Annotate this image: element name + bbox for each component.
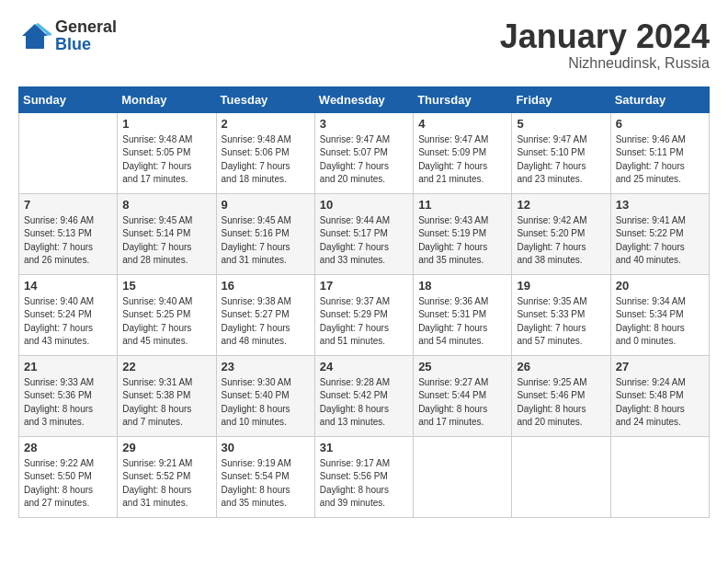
calendar-cell: 17Sunrise: 9:37 AM Sunset: 5:29 PM Dayli… <box>314 274 413 355</box>
header-monday: Monday <box>118 86 216 112</box>
calendar-cell: 4Sunrise: 9:47 AM Sunset: 5:09 PM Daylig… <box>414 112 512 193</box>
cell-date-number: 7 <box>24 198 112 212</box>
location-title: Nizhneudinsk, Russia <box>500 55 710 72</box>
logo-general: General <box>55 17 117 36</box>
calendar-cell: 6Sunrise: 9:46 AM Sunset: 5:11 PM Daylig… <box>610 112 709 193</box>
cell-date-number: 24 <box>320 360 408 373</box>
calendar-cell: 30Sunrise: 9:19 AM Sunset: 5:54 PM Dayli… <box>216 436 314 517</box>
calendar-week-row: 1Sunrise: 9:48 AM Sunset: 5:05 PM Daylig… <box>19 112 710 193</box>
cell-daylight-info: Sunrise: 9:47 AM Sunset: 5:09 PM Dayligh… <box>418 133 506 187</box>
cell-daylight-info: Sunrise: 9:40 AM Sunset: 5:25 PM Dayligh… <box>122 295 210 349</box>
cell-date-number: 26 <box>517 360 605 373</box>
cell-date-number: 21 <box>24 360 112 373</box>
cell-date-number: 16 <box>222 279 310 293</box>
cell-date-number: 10 <box>320 198 408 212</box>
cell-date-number: 23 <box>222 360 310 373</box>
cell-daylight-info: Sunrise: 9:17 AM Sunset: 5:56 PM Dayligh… <box>320 457 408 511</box>
calendar-week-row: 28Sunrise: 9:22 AM Sunset: 5:50 PM Dayli… <box>19 436 710 517</box>
calendar-cell: 19Sunrise: 9:35 AM Sunset: 5:33 PM Dayli… <box>512 274 610 355</box>
calendar-header-row: SundayMondayTuesdayWednesdayThursdayFrid… <box>19 86 710 112</box>
calendar-cell: 24Sunrise: 9:28 AM Sunset: 5:42 PM Dayli… <box>314 355 413 436</box>
cell-date-number: 29 <box>122 441 210 454</box>
cell-date-number: 15 <box>122 279 210 293</box>
calendar-cell: 2Sunrise: 9:48 AM Sunset: 5:06 PM Daylig… <box>216 112 314 193</box>
header-tuesday: Tuesday <box>216 86 314 112</box>
calendar-table: SundayMondayTuesdayWednesdayThursdayFrid… <box>18 86 710 518</box>
calendar-cell <box>414 436 512 517</box>
calendar-cell: 23Sunrise: 9:30 AM Sunset: 5:40 PM Dayli… <box>216 355 314 436</box>
logo-blue: Blue <box>55 35 91 53</box>
calendar-cell: 27Sunrise: 9:24 AM Sunset: 5:48 PM Dayli… <box>610 355 709 436</box>
calendar-cell: 16Sunrise: 9:38 AM Sunset: 5:27 PM Dayli… <box>216 274 314 355</box>
cell-daylight-info: Sunrise: 9:21 AM Sunset: 5:52 PM Dayligh… <box>122 457 210 511</box>
cell-daylight-info: Sunrise: 9:19 AM Sunset: 5:54 PM Dayligh… <box>222 457 310 511</box>
cell-date-number: 2 <box>222 117 310 131</box>
calendar-cell: 5Sunrise: 9:47 AM Sunset: 5:10 PM Daylig… <box>512 112 610 193</box>
calendar-cell: 25Sunrise: 9:27 AM Sunset: 5:44 PM Dayli… <box>414 355 512 436</box>
calendar-cell: 20Sunrise: 9:34 AM Sunset: 5:34 PM Dayli… <box>610 274 709 355</box>
calendar-cell: 10Sunrise: 9:44 AM Sunset: 5:17 PM Dayli… <box>314 193 413 274</box>
calendar-cell <box>512 436 610 517</box>
calendar-cell: 29Sunrise: 9:21 AM Sunset: 5:52 PM Dayli… <box>118 436 216 517</box>
calendar-cell <box>610 436 709 517</box>
cell-date-number: 22 <box>122 360 210 373</box>
cell-date-number: 14 <box>24 279 112 293</box>
cell-daylight-info: Sunrise: 9:37 AM Sunset: 5:29 PM Dayligh… <box>320 295 408 349</box>
cell-date-number: 3 <box>320 117 408 131</box>
calendar-cell: 31Sunrise: 9:17 AM Sunset: 5:56 PM Dayli… <box>314 436 413 517</box>
cell-daylight-info: Sunrise: 9:27 AM Sunset: 5:44 PM Dayligh… <box>418 376 506 430</box>
logo-icon <box>18 19 51 52</box>
calendar-title: January 2024 Nizhneudinsk, Russia <box>500 18 710 72</box>
calendar-cell: 26Sunrise: 9:25 AM Sunset: 5:46 PM Dayli… <box>512 355 610 436</box>
cell-date-number: 6 <box>616 117 704 131</box>
calendar-week-row: 14Sunrise: 9:40 AM Sunset: 5:24 PM Dayli… <box>19 274 710 355</box>
cell-daylight-info: Sunrise: 9:45 AM Sunset: 5:14 PM Dayligh… <box>122 214 210 268</box>
calendar-cell: 11Sunrise: 9:43 AM Sunset: 5:19 PM Dayli… <box>414 193 512 274</box>
calendar-week-row: 21Sunrise: 9:33 AM Sunset: 5:36 PM Dayli… <box>19 355 710 436</box>
header-friday: Friday <box>512 86 610 112</box>
cell-date-number: 9 <box>222 198 310 212</box>
calendar-cell: 28Sunrise: 9:22 AM Sunset: 5:50 PM Dayli… <box>19 436 118 517</box>
cell-daylight-info: Sunrise: 9:22 AM Sunset: 5:50 PM Dayligh… <box>24 457 112 511</box>
cell-daylight-info: Sunrise: 9:33 AM Sunset: 5:36 PM Dayligh… <box>24 376 112 430</box>
cell-daylight-info: Sunrise: 9:25 AM Sunset: 5:46 PM Dayligh… <box>517 376 605 430</box>
calendar-cell: 18Sunrise: 9:36 AM Sunset: 5:31 PM Dayli… <box>414 274 512 355</box>
cell-daylight-info: Sunrise: 9:28 AM Sunset: 5:42 PM Dayligh… <box>320 376 408 430</box>
calendar-cell: 1Sunrise: 9:48 AM Sunset: 5:05 PM Daylig… <box>118 112 216 193</box>
header-thursday: Thursday <box>414 86 512 112</box>
cell-daylight-info: Sunrise: 9:36 AM Sunset: 5:31 PM Dayligh… <box>418 295 506 349</box>
calendar-cell: 15Sunrise: 9:40 AM Sunset: 5:25 PM Dayli… <box>118 274 216 355</box>
calendar-cell <box>19 112 118 193</box>
calendar-week-row: 7Sunrise: 9:46 AM Sunset: 5:13 PM Daylig… <box>19 193 710 274</box>
cell-date-number: 12 <box>517 198 605 212</box>
cell-date-number: 5 <box>517 117 605 131</box>
cell-daylight-info: Sunrise: 9:42 AM Sunset: 5:20 PM Dayligh… <box>517 214 605 268</box>
logo: General Blue <box>18 18 121 53</box>
cell-daylight-info: Sunrise: 9:24 AM Sunset: 5:48 PM Dayligh… <box>616 376 704 430</box>
cell-daylight-info: Sunrise: 9:45 AM Sunset: 5:16 PM Dayligh… <box>222 214 310 268</box>
cell-daylight-info: Sunrise: 9:48 AM Sunset: 5:05 PM Dayligh… <box>122 133 210 187</box>
cell-date-number: 4 <box>418 117 506 131</box>
cell-date-number: 19 <box>517 279 605 293</box>
cell-date-number: 28 <box>24 441 112 454</box>
cell-date-number: 27 <box>616 360 704 373</box>
cell-daylight-info: Sunrise: 9:34 AM Sunset: 5:34 PM Dayligh… <box>616 295 704 349</box>
cell-daylight-info: Sunrise: 9:31 AM Sunset: 5:38 PM Dayligh… <box>122 376 210 430</box>
calendar-cell: 3Sunrise: 9:47 AM Sunset: 5:07 PM Daylig… <box>314 112 413 193</box>
cell-daylight-info: Sunrise: 9:35 AM Sunset: 5:33 PM Dayligh… <box>517 295 605 349</box>
month-year-title: January 2024 <box>500 18 710 55</box>
cell-daylight-info: Sunrise: 9:47 AM Sunset: 5:10 PM Dayligh… <box>517 133 605 187</box>
cell-daylight-info: Sunrise: 9:30 AM Sunset: 5:40 PM Dayligh… <box>222 376 310 430</box>
header-sunday: Sunday <box>19 86 118 112</box>
cell-daylight-info: Sunrise: 9:44 AM Sunset: 5:17 PM Dayligh… <box>320 214 408 268</box>
cell-daylight-info: Sunrise: 9:46 AM Sunset: 5:13 PM Dayligh… <box>24 214 112 268</box>
cell-date-number: 20 <box>616 279 704 293</box>
cell-daylight-info: Sunrise: 9:38 AM Sunset: 5:27 PM Dayligh… <box>222 295 310 349</box>
cell-date-number: 8 <box>122 198 210 212</box>
header-saturday: Saturday <box>610 86 709 112</box>
cell-date-number: 31 <box>320 441 408 454</box>
calendar-cell: 22Sunrise: 9:31 AM Sunset: 5:38 PM Dayli… <box>118 355 216 436</box>
cell-date-number: 18 <box>418 279 506 293</box>
logo-text: General Blue <box>55 18 121 53</box>
calendar-cell: 9Sunrise: 9:45 AM Sunset: 5:16 PM Daylig… <box>216 193 314 274</box>
